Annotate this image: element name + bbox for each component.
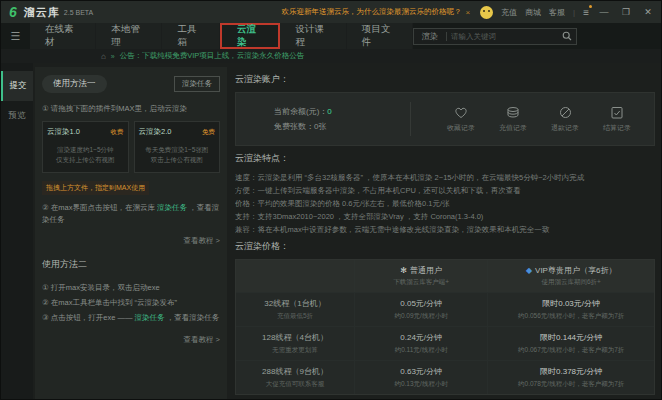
nav-tabs: 在线素材 本地管理 工具箱 云渲染 设计课程 项目文件 [30,23,413,49]
plugin-v1-tag: 收费 [111,128,124,137]
snowflake-icon: ✻ [400,266,407,275]
support-link[interactable]: 客服 [549,7,565,18]
render-tasks-button[interactable]: 渲染任务 [174,76,220,92]
shortcut-recharge-records[interactable]: 充值记录 [499,106,527,133]
tab-online-assets[interactable]: 在线素材 [30,23,96,49]
plugin-v1-desc2: 仅支持上传公有视图 [47,155,124,165]
method-two-heading: 使用方法二 [42,258,220,271]
price-table-header: ✻普通用户 下载溜云库客户端+ ◆VIP尊贵用户（享6折） 使用溜云库期间6折+ [236,260,654,292]
app-window: 6 溜云库 2.5 BETA 欢乐迎新年送溜云乐，为什么渲染最溜云乐的价格呢？ … [0,0,662,400]
info-panel: 云渲染账户： 当前余额(元)：0 免费张数：0张 收藏记录 充值记录 [229,63,661,399]
recharge-link[interactable]: 充值 [501,7,517,18]
tab-design-course[interactable]: 设计课程 [280,23,346,49]
price-row-128: 128线程（4台机）无需重发更划算 0.24元/分钟约0.11元/线程小时 限时… [236,326,654,360]
minimize-button[interactable]: — [597,7,611,17]
plugin-v2-desc1: 每天免费渲染1~5张图 [139,145,216,155]
plugin-card-v2[interactable]: 云渲染2.0 免费 每天免费渲染1~5张图 双击上传公有视图 [134,121,221,173]
search-box[interactable]: 渲染 [413,28,577,45]
balance-value: 0 [327,107,331,116]
main-menu-icon[interactable]: ≡ [583,7,589,18]
account-divider [410,102,411,136]
store-link[interactable]: 商城 [525,7,541,18]
plugin-v2-desc2: 双击上传公有视图 [139,155,216,165]
price-heading: 云渲染价格： [235,240,655,253]
maximize-button[interactable]: ❐ [619,7,633,17]
user-avatar[interactable] [480,6,493,19]
heart-icon [454,106,468,119]
method-one-button[interactable]: 使用方法一 [42,75,107,93]
price-table: ✻普通用户 下载溜云库客户端+ ◆VIP尊贵用户（享6折） 使用溜云库期间6折+… [235,259,655,395]
titlebar-right: 充值 商城 客服 | ≡ — ❐ ✕ [480,6,655,19]
price-col-empty [236,260,354,292]
search-icon[interactable] [562,31,572,41]
tab-local-manage[interactable]: 本地管理 [96,23,162,49]
drag-tip-text: 拖拽上方文件，指定到MAX使用 [42,181,149,195]
price-row-288: 288线程（9台机）大促充值可联系客服 0.63元/分钟约0.13元/线程小时 … [236,360,654,394]
price-col-vip: ◆VIP尊贵用户（享6折） 使用溜云库期间6折+ [487,260,654,292]
plugin-card-v1[interactable]: 云渲染1.0 收费 渲染速度约1~5分钟 仅支持上传公有视图 [42,121,129,173]
tab-project-files[interactable]: 项目文件 [347,23,413,49]
promo-banner[interactable]: 欢乐迎新年送溜云乐，为什么渲染最溜云乐的价格呢？ × [281,7,470,17]
render-tasks-inline-link[interactable]: 渲染任务 [157,203,187,212]
step-2-prefix: ② 在max界面点击按钮，在溜云库 [42,203,157,212]
view-tutorial-link-1[interactable]: 查看教程 > [42,236,220,246]
price-col-standard: ✻普通用户 下载溜云库客户端+ [354,260,487,292]
plugin-v1-desc1: 渲染速度约1~5分钟 [47,145,124,155]
tab-cloud-render[interactable]: 云渲染 [220,23,280,49]
block-icon [559,106,572,119]
side-rail: 提交 预览 [1,63,33,399]
plugin-v2-title: 云渲染2.0 [139,127,172,137]
search-category-dropdown[interactable]: 渲染 [418,31,442,42]
render-tasks-inline-link-2[interactable]: 渲染任务 [135,313,165,322]
usage-panel: 使用方法一 渲染任务 ① 请拖拽下面的插件到MAX里，启动云渲染 云渲染1.0 … [35,67,227,399]
home-icon[interactable]: ⌂ [101,52,106,61]
announcement-link[interactable]: 公告：下载纯模免费VIP项目上线，云渲染永久价格公告 [120,51,305,61]
usage-panel-header: 使用方法一 渲染任务 [42,75,220,93]
shortcut-refund-records[interactable]: 退款记录 [551,106,579,133]
nav-bar: ☰ 在线素材 本地管理 工具箱 云渲染 设计课程 项目文件 渲染 [1,23,661,49]
feature-speed: 速度：云渲染是利用 “多台32核服务器” ，使原本在本机渲染 2~15小时的，在… [235,171,655,184]
feature-compat: 兼容：将在本机max中设置好参数，云端无需中途修改光线渲染直染，渲染效果和本机完… [235,223,655,236]
account-heading: 云渲染账户： [235,73,655,86]
shortcut-favorites[interactable]: 收藏记录 [447,106,475,133]
plugin-cards: 云渲染1.0 收费 渲染速度约1~5分钟 仅支持上传公有视图 云渲染2.0 免费… [42,121,220,173]
search-input[interactable] [451,32,562,41]
plugin-v1-title: 云渲染1.0 [47,127,80,137]
features-heading: 云渲染特点： [235,152,655,165]
collapse-menu-icon[interactable]: ☰ [1,23,30,49]
app-version: 2.5 BETA [64,9,93,16]
balance-row: 当前余额(元)：0 [274,104,396,119]
content-area: 提交 预览 使用方法一 渲染任务 ① 请拖拽下面的插件到MAX里，启动云渲染 云… [1,63,661,399]
account-card: 当前余额(元)：0 免费张数：0张 收藏记录 充值记录 退款记录 [235,92,655,146]
features-block: 速度：云渲染是利用 “多台32核服务器” ，使原本在本机渲染 2~15小时的，在… [235,171,655,236]
rail-item-preview[interactable]: 预览 [1,101,33,131]
titlebar: 6 溜云库 2.5 BETA 欢乐迎新年送溜云乐，为什么渲染最溜云乐的价格呢？ … [1,1,661,23]
step-1-text: ① 请拖拽下面的插件到MAX里，启动云渲染 [42,103,220,115]
feature-convenience: 方便：一键上传到云端服务器中渲染，不占用本机CPU，还可以关机和下载，再次查看 [235,184,655,197]
feature-price: 价格：平均的效果图渲染的价格 0.6元/张左右，最低价格0.1元/张 [235,197,655,210]
vip-diamond-icon: ◆ [526,266,532,275]
tab-toolbox[interactable]: 工具箱 [162,23,219,49]
breadcrumb: ⌂ » 公告：下载纯模免费VIP项目上线，云渲染永久价格公告 [1,49,661,63]
coins-icon [506,106,520,119]
clipboard-check-icon [611,106,623,119]
plugin-v2-tag: 免费 [202,128,215,137]
rail-item-submit[interactable]: 提交 [1,71,33,101]
method-two-step-3: ③ 点击按钮，打开exe —— 渲染任务 ，查看渲染任务 [42,310,220,325]
method-two-step-2: ② 在max工具栏单击中找到 “云渲染发布” [42,295,220,310]
titlebar-separator: | [573,8,575,17]
price-row-32: 32线程（1台机）充值最低5折 0.05元/分钟约0.09元/线程小时 限时0.… [236,292,654,326]
account-shortcuts: 收藏记录 充值记录 退款记录 结算记录 [447,106,631,133]
method-two-step-1: ① 打开max安装目录，双击启动exe [42,280,220,295]
notification-dot [589,5,592,8]
account-balances: 当前余额(元)：0 免费张数：0张 [246,104,396,134]
view-tutorial-link-2[interactable]: 查看教程 > [42,335,220,345]
free-count-row: 免费张数：0张 [274,119,396,134]
banner-close-icon[interactable]: × [465,8,470,17]
app-logo-icon: 6 [9,5,17,19]
shortcut-statement-records[interactable]: 结算记录 [603,106,631,133]
promo-banner-text: 欢乐迎新年送溜云乐，为什么渲染最溜云乐的价格呢？ [281,7,461,17]
close-button[interactable]: ✕ [641,7,655,17]
feature-support: 支持：支持3Dmax2010~2020 ，支持全部渲染Vray ，支持 Coro… [235,210,655,223]
free-count-value: 0张 [314,122,326,131]
